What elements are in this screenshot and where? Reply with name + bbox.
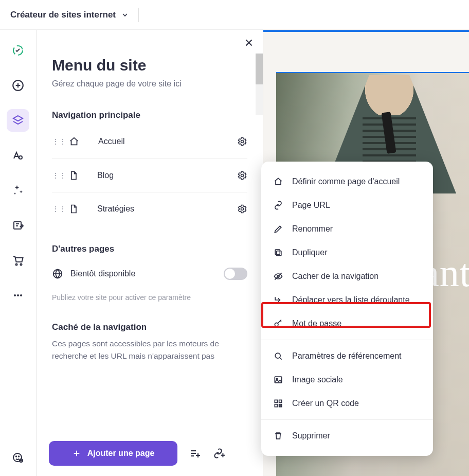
soon-available-toggle[interactable] (224, 268, 247, 280)
pen-icon (273, 224, 284, 234)
link-icon (273, 200, 284, 210)
app-title: Créateur de sites internet (10, 10, 116, 20)
add-list-icon[interactable] (189, 447, 201, 460)
menu-item[interactable]: Paramètres de référencement (261, 344, 433, 368)
add-link-icon[interactable] (212, 447, 226, 460)
rail-sparkle-icon[interactable] (7, 179, 29, 202)
panel-subtitle: Gérez chaque page de votre site ici (52, 79, 247, 89)
rail-cart-icon[interactable] (7, 249, 29, 272)
panel-title: Menu du site (52, 57, 247, 74)
menu-item[interactable]: Image sociale (261, 368, 433, 392)
svg-rect-50 (279, 406, 280, 407)
search-icon (273, 351, 284, 361)
rail-font-icon[interactable] (7, 144, 29, 167)
menu-item[interactable]: Renommer (261, 217, 433, 241)
svg-point-23 (241, 140, 244, 143)
panel-footer: Ajouter une page (37, 432, 263, 476)
svg-point-16 (16, 456, 17, 457)
eye-off-icon (273, 271, 284, 281)
menu-item-label: Définir comme page d'accueil (292, 177, 400, 186)
home-icon (68, 136, 80, 147)
menu-item[interactable]: Dupliquer (261, 241, 433, 265)
gear-icon[interactable] (237, 170, 247, 181)
menu-item[interactable]: Définir comme page d'accueil (261, 170, 433, 193)
menu-item[interactable]: Mot de passe (261, 312, 433, 336)
site-menu-panel: Menu du site Gérez chaque page de votre … (36, 30, 263, 476)
rail-note-icon[interactable] (7, 214, 29, 237)
svg-point-14 (20, 294, 22, 296)
gear-icon[interactable] (237, 204, 247, 214)
page-label: Accueil (98, 137, 228, 146)
hidden-section-title: Caché de la navigation (52, 322, 247, 332)
copy-icon (273, 248, 284, 258)
svg-rect-46 (279, 400, 282, 402)
menu-item-label: Supprimer (292, 431, 330, 440)
menu-separator (261, 340, 433, 340)
svg-point-25 (241, 208, 244, 210)
svg-rect-48 (279, 404, 280, 406)
add-page-button[interactable]: Ajouter une page (49, 441, 177, 466)
file-icon (68, 170, 79, 181)
menu-item-label: Dupliquer (292, 248, 327, 257)
page-row-strategies[interactable]: ⋮⋮ Stratégies (52, 192, 247, 225)
rail-emoji-icon[interactable] (7, 446, 29, 469)
top-bar: Créateur de sites internet (0, 0, 469, 30)
svg-rect-37 (275, 250, 280, 254)
menu-item-label: Renommer (292, 224, 333, 234)
menu-item-label: Paramètres de référencement (292, 351, 402, 361)
other-section-title: D'autres pages (52, 244, 247, 254)
soon-available-row: Bientôt disponible (52, 258, 247, 284)
menu-item[interactable]: Déplacer vers la liste déroulante (261, 288, 433, 312)
divider (138, 8, 139, 22)
svg-line-42 (280, 358, 282, 360)
svg-point-24 (241, 174, 244, 177)
soon-available-label: Bientôt disponible (70, 269, 217, 278)
gear-icon[interactable] (237, 136, 247, 147)
menu-item-label: Image sociale (292, 375, 343, 384)
rail-logo-icon[interactable] (7, 39, 29, 62)
svg-rect-43 (275, 377, 281, 383)
menu-item-label: Cacher de la navigation (292, 272, 378, 281)
page-row-blog[interactable]: ⋮⋮ Blog (52, 159, 247, 192)
menu-item[interactable]: Créer un QR code (261, 392, 433, 415)
page-context-menu: Définir comme page d'accueilPage URLReno… (261, 162, 433, 456)
plus-icon (72, 449, 81, 458)
scrollbar-thumb[interactable] (256, 54, 263, 84)
svg-point-13 (17, 294, 19, 296)
globe-icon (52, 268, 63, 279)
svg-point-11 (21, 264, 22, 266)
close-button[interactable] (243, 37, 255, 48)
file-icon (68, 204, 79, 214)
svg-rect-51 (281, 406, 282, 407)
rail-more-icon[interactable] (7, 284, 29, 307)
qr-icon (273, 398, 284, 409)
menu-separator (261, 419, 433, 420)
menu-item-label: Déplacer vers la liste déroulante (292, 295, 410, 305)
drag-handle-icon[interactable]: ⋮⋮ (52, 205, 59, 213)
scrollbar[interactable] (256, 54, 263, 115)
left-rail (0, 30, 36, 476)
svg-point-17 (19, 456, 20, 457)
chevron-down-icon (121, 11, 129, 19)
app-title-dropdown[interactable]: Créateur de sites internet (10, 10, 129, 20)
rail-layers-icon[interactable] (7, 109, 29, 132)
page-row-home[interactable]: ⋮⋮ Accueil (52, 125, 247, 159)
toggle-thumb (225, 269, 235, 279)
svg-rect-45 (275, 400, 277, 402)
rail-add-icon[interactable] (7, 74, 29, 97)
svg-rect-49 (281, 404, 282, 406)
menu-item[interactable]: Cacher de la navigation (261, 265, 433, 288)
add-page-label: Ajouter une page (87, 449, 155, 458)
menu-item[interactable]: Page URL (261, 193, 433, 217)
svg-rect-47 (275, 404, 277, 407)
menu-item[interactable]: Supprimer (261, 424, 433, 448)
key-icon (273, 319, 284, 329)
menu-item-label: Créer un QR code (292, 399, 359, 408)
page-label: Blog (97, 171, 228, 180)
home-icon (273, 177, 284, 187)
svg-marker-4 (13, 116, 23, 121)
drag-handle-icon[interactable]: ⋮⋮ (52, 171, 59, 180)
drag-handle-icon[interactable]: ⋮⋮ (52, 137, 59, 146)
hidden-section-desc: Ces pages sont accessibles par les moteu… (52, 338, 247, 362)
publish-hint: Publiez votre site pour activer ce param… (52, 293, 247, 302)
